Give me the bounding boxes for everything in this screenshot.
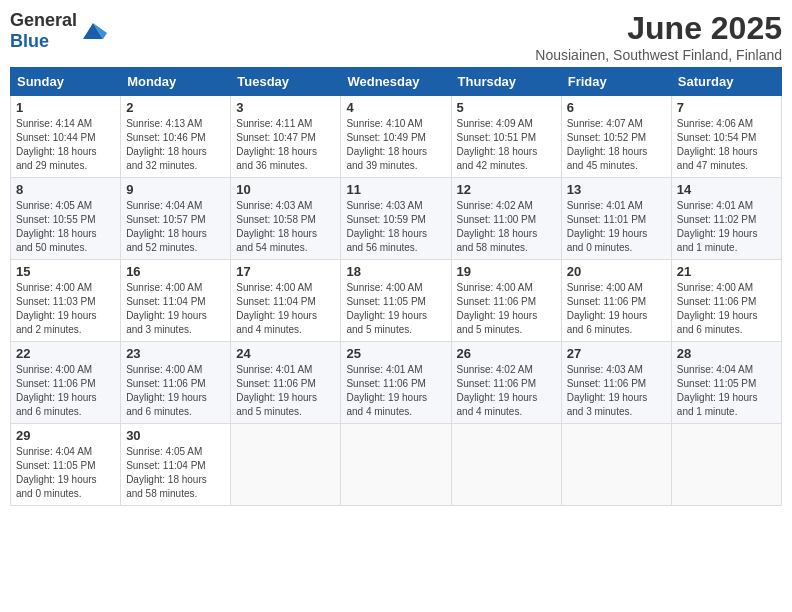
day-number: 26 — [457, 346, 556, 361]
header-sunday: Sunday — [11, 68, 121, 96]
week-row-5: 29Sunrise: 4:04 AMSunset: 11:05 PMDaylig… — [11, 424, 782, 506]
day-info: Sunrise: 4:14 AMSunset: 10:44 PMDaylight… — [16, 117, 115, 173]
page-header: General Blue June 2025 Nousiainen, South… — [10, 10, 782, 63]
day-cell: 26Sunrise: 4:02 AMSunset: 11:06 PMDaylig… — [451, 342, 561, 424]
day-info: Sunrise: 4:01 AMSunset: 11:01 PMDaylight… — [567, 199, 666, 255]
day-info: Sunrise: 4:13 AMSunset: 10:46 PMDaylight… — [126, 117, 225, 173]
day-cell — [671, 424, 781, 506]
day-number: 18 — [346, 264, 445, 279]
day-cell: 6Sunrise: 4:07 AMSunset: 10:52 PMDayligh… — [561, 96, 671, 178]
day-info: Sunrise: 4:04 AMSunset: 10:57 PMDaylight… — [126, 199, 225, 255]
day-cell: 28Sunrise: 4:04 AMSunset: 11:05 PMDaylig… — [671, 342, 781, 424]
day-cell: 15Sunrise: 4:00 AMSunset: 11:03 PMDaylig… — [11, 260, 121, 342]
day-info: Sunrise: 4:00 AMSunset: 11:06 PMDaylight… — [677, 281, 776, 337]
day-info: Sunrise: 4:09 AMSunset: 10:51 PMDaylight… — [457, 117, 556, 173]
day-cell: 22Sunrise: 4:00 AMSunset: 11:06 PMDaylig… — [11, 342, 121, 424]
day-cell — [341, 424, 451, 506]
day-cell: 29Sunrise: 4:04 AMSunset: 11:05 PMDaylig… — [11, 424, 121, 506]
day-cell: 10Sunrise: 4:03 AMSunset: 10:58 PMDaylig… — [231, 178, 341, 260]
day-number: 10 — [236, 182, 335, 197]
day-info: Sunrise: 4:06 AMSunset: 10:54 PMDaylight… — [677, 117, 776, 173]
day-info: Sunrise: 4:11 AMSunset: 10:47 PMDaylight… — [236, 117, 335, 173]
day-info: Sunrise: 4:02 AMSunset: 11:06 PMDaylight… — [457, 363, 556, 419]
day-number: 5 — [457, 100, 556, 115]
day-info: Sunrise: 4:03 AMSunset: 10:59 PMDaylight… — [346, 199, 445, 255]
day-number: 11 — [346, 182, 445, 197]
day-number: 29 — [16, 428, 115, 443]
day-info: Sunrise: 4:00 AMSunset: 11:06 PMDaylight… — [16, 363, 115, 419]
day-info: Sunrise: 4:04 AMSunset: 11:05 PMDaylight… — [16, 445, 115, 501]
day-cell: 12Sunrise: 4:02 AMSunset: 11:00 PMDaylig… — [451, 178, 561, 260]
day-info: Sunrise: 4:01 AMSunset: 11:06 PMDaylight… — [346, 363, 445, 419]
header-wednesday: Wednesday — [341, 68, 451, 96]
day-number: 24 — [236, 346, 335, 361]
day-number: 22 — [16, 346, 115, 361]
day-info: Sunrise: 4:00 AMSunset: 11:04 PMDaylight… — [236, 281, 335, 337]
header-row: SundayMondayTuesdayWednesdayThursdayFrid… — [11, 68, 782, 96]
day-cell: 11Sunrise: 4:03 AMSunset: 10:59 PMDaylig… — [341, 178, 451, 260]
day-cell: 3Sunrise: 4:11 AMSunset: 10:47 PMDayligh… — [231, 96, 341, 178]
week-row-3: 15Sunrise: 4:00 AMSunset: 11:03 PMDaylig… — [11, 260, 782, 342]
header-friday: Friday — [561, 68, 671, 96]
month-title: June 2025 — [535, 10, 782, 47]
day-info: Sunrise: 4:05 AMSunset: 10:55 PMDaylight… — [16, 199, 115, 255]
day-number: 12 — [457, 182, 556, 197]
day-cell: 24Sunrise: 4:01 AMSunset: 11:06 PMDaylig… — [231, 342, 341, 424]
day-number: 25 — [346, 346, 445, 361]
header-tuesday: Tuesday — [231, 68, 341, 96]
day-info: Sunrise: 4:07 AMSunset: 10:52 PMDaylight… — [567, 117, 666, 173]
day-cell: 23Sunrise: 4:00 AMSunset: 11:06 PMDaylig… — [121, 342, 231, 424]
day-number: 20 — [567, 264, 666, 279]
day-cell — [451, 424, 561, 506]
day-info: Sunrise: 4:01 AMSunset: 11:02 PMDaylight… — [677, 199, 776, 255]
day-number: 14 — [677, 182, 776, 197]
day-number: 1 — [16, 100, 115, 115]
title-area: June 2025 Nousiainen, Southwest Finland,… — [535, 10, 782, 63]
week-row-2: 8Sunrise: 4:05 AMSunset: 10:55 PMDayligh… — [11, 178, 782, 260]
day-cell — [231, 424, 341, 506]
day-cell: 27Sunrise: 4:03 AMSunset: 11:06 PMDaylig… — [561, 342, 671, 424]
day-number: 2 — [126, 100, 225, 115]
day-number: 7 — [677, 100, 776, 115]
day-info: Sunrise: 4:04 AMSunset: 11:05 PMDaylight… — [677, 363, 776, 419]
day-info: Sunrise: 4:05 AMSunset: 11:04 PMDaylight… — [126, 445, 225, 501]
day-cell: 13Sunrise: 4:01 AMSunset: 11:01 PMDaylig… — [561, 178, 671, 260]
day-cell — [561, 424, 671, 506]
day-info: Sunrise: 4:00 AMSunset: 11:06 PMDaylight… — [457, 281, 556, 337]
week-row-4: 22Sunrise: 4:00 AMSunset: 11:06 PMDaylig… — [11, 342, 782, 424]
day-info: Sunrise: 4:00 AMSunset: 11:06 PMDaylight… — [567, 281, 666, 337]
day-number: 17 — [236, 264, 335, 279]
day-number: 13 — [567, 182, 666, 197]
day-cell: 20Sunrise: 4:00 AMSunset: 11:06 PMDaylig… — [561, 260, 671, 342]
day-info: Sunrise: 4:10 AMSunset: 10:49 PMDaylight… — [346, 117, 445, 173]
day-number: 19 — [457, 264, 556, 279]
day-cell: 2Sunrise: 4:13 AMSunset: 10:46 PMDayligh… — [121, 96, 231, 178]
day-cell: 30Sunrise: 4:05 AMSunset: 11:04 PMDaylig… — [121, 424, 231, 506]
day-info: Sunrise: 4:02 AMSunset: 11:00 PMDaylight… — [457, 199, 556, 255]
day-cell: 5Sunrise: 4:09 AMSunset: 10:51 PMDayligh… — [451, 96, 561, 178]
day-cell: 14Sunrise: 4:01 AMSunset: 11:02 PMDaylig… — [671, 178, 781, 260]
day-cell: 17Sunrise: 4:00 AMSunset: 11:04 PMDaylig… — [231, 260, 341, 342]
day-number: 6 — [567, 100, 666, 115]
header-thursday: Thursday — [451, 68, 561, 96]
header-monday: Monday — [121, 68, 231, 96]
day-number: 3 — [236, 100, 335, 115]
logo: General Blue — [10, 10, 107, 52]
day-cell: 16Sunrise: 4:00 AMSunset: 11:04 PMDaylig… — [121, 260, 231, 342]
day-cell: 18Sunrise: 4:00 AMSunset: 11:05 PMDaylig… — [341, 260, 451, 342]
day-info: Sunrise: 4:00 AMSunset: 11:05 PMDaylight… — [346, 281, 445, 337]
day-cell: 19Sunrise: 4:00 AMSunset: 11:06 PMDaylig… — [451, 260, 561, 342]
day-cell: 25Sunrise: 4:01 AMSunset: 11:06 PMDaylig… — [341, 342, 451, 424]
logo-text: General Blue — [10, 10, 77, 51]
location-subtitle: Nousiainen, Southwest Finland, Finland — [535, 47, 782, 63]
day-cell: 7Sunrise: 4:06 AMSunset: 10:54 PMDayligh… — [671, 96, 781, 178]
day-number: 16 — [126, 264, 225, 279]
day-info: Sunrise: 4:03 AMSunset: 11:06 PMDaylight… — [567, 363, 666, 419]
day-info: Sunrise: 4:01 AMSunset: 11:06 PMDaylight… — [236, 363, 335, 419]
day-info: Sunrise: 4:00 AMSunset: 11:03 PMDaylight… — [16, 281, 115, 337]
day-cell: 4Sunrise: 4:10 AMSunset: 10:49 PMDayligh… — [341, 96, 451, 178]
day-info: Sunrise: 4:00 AMSunset: 11:04 PMDaylight… — [126, 281, 225, 337]
day-number: 8 — [16, 182, 115, 197]
day-number: 30 — [126, 428, 225, 443]
week-row-1: 1Sunrise: 4:14 AMSunset: 10:44 PMDayligh… — [11, 96, 782, 178]
